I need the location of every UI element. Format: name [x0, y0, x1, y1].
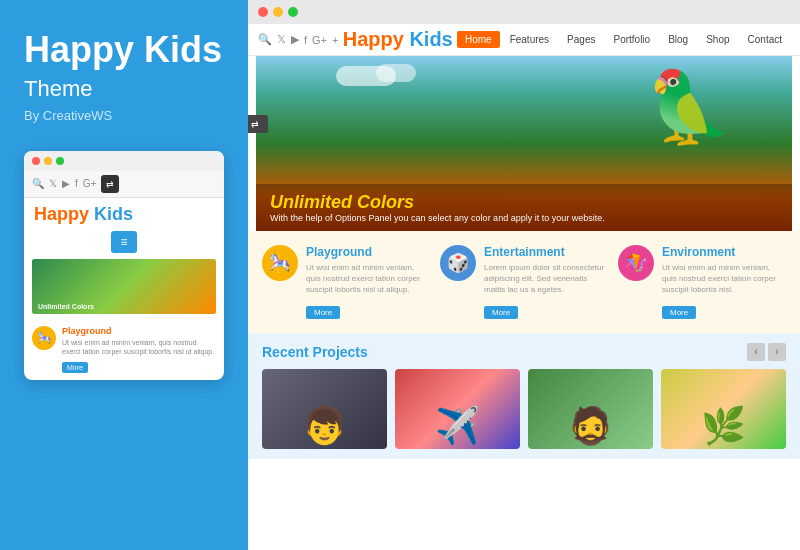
hero-title: Unlimited Colors — [270, 192, 778, 213]
theme-title: Happy Kids — [24, 30, 224, 70]
feature-environment-content: Environment Ut wisi enim ad minim veniam… — [662, 245, 786, 319]
mini-dot-yellow — [44, 157, 52, 165]
share-sidebar-btn[interactable]: ⇄ — [248, 115, 268, 133]
mini-hero: Unlimited Colors — [32, 259, 216, 314]
nav-icons: 🔍 𝕏 ▶ f G+ + — [258, 33, 338, 46]
feature-environment-text: Ut wisi enim ad minim veniam, quis nostr… — [662, 262, 786, 296]
theme-by: By CreativeWS — [24, 108, 224, 123]
feature-environment: 🪁 Environment Ut wisi enim ad minim veni… — [618, 245, 786, 319]
mini-logo: Happy Kids — [34, 204, 133, 225]
features-section: 🎠 Playground Ut wisi enim ad minim venia… — [248, 231, 800, 333]
feature-entertainment-text: Lorem ipsum dolor sit consectetur adipis… — [484, 262, 608, 296]
youtube-nav-icon[interactable]: ▶ — [291, 33, 299, 46]
mini-playground-content: Playground Ut wisi enim ad minim veniam,… — [62, 326, 216, 374]
youtube-icon: ▶ — [62, 178, 70, 189]
facebook-nav-icon[interactable]: f — [304, 34, 307, 46]
hero-subtitle: With the help of Options Panel you can s… — [270, 213, 778, 223]
feature-entertainment-title: Entertainment — [484, 245, 608, 259]
mini-menu-btn[interactable]: ≡ — [111, 231, 137, 253]
feature-environment-icon: 🪁 — [618, 245, 654, 281]
mini-toolbar: 🔍 𝕏 ▶ f G+ ⇄ — [24, 171, 224, 198]
project-figure-3: 🧔 — [528, 369, 653, 449]
nav-item-features[interactable]: Features — [502, 31, 557, 48]
mini-browser-bar — [24, 151, 224, 171]
mini-more-btn[interactable]: More — [62, 362, 88, 373]
mini-dot-green — [56, 157, 64, 165]
feature-playground-icon: 🎠 — [262, 245, 298, 281]
search-icon: 🔍 — [32, 178, 44, 189]
hero-overlay: Unlimited Colors With the help of Option… — [256, 184, 792, 231]
project-figure-2: ✈️ — [395, 369, 520, 449]
nav-item-home[interactable]: Home — [457, 31, 500, 48]
recent-title: Recent Projects — [262, 344, 368, 360]
gplus-icon: G+ — [83, 178, 97, 189]
feature-entertainment: 🎲 Entertainment Lorem ipsum dolor sit co… — [440, 245, 608, 319]
facebook-icon: f — [75, 178, 78, 189]
feature-entertainment-more-btn[interactable]: More — [484, 306, 518, 319]
nav-item-shop[interactable]: Shop — [698, 31, 737, 48]
feature-entertainment-icon: 🎲 — [440, 245, 476, 281]
hero-section: 🦜 Unlimited Colors With the help of Opti… — [256, 56, 792, 231]
projects-grid: 👦 ✈️ 🧔 🌿 — [262, 369, 786, 449]
site-logo: Happy Kids — [343, 28, 453, 51]
browser-bar — [248, 0, 800, 24]
nav-arrows: ‹ › — [747, 343, 786, 361]
dot-yellow — [273, 7, 283, 17]
nav-menu: Home Features Pages Portfolio Blog Shop … — [457, 31, 790, 48]
recent-header: Recent Projects ‹ › — [262, 343, 786, 361]
mini-logo-area: Happy Kids — [24, 198, 224, 231]
cloud-2 — [376, 64, 416, 82]
project-card-2[interactable]: ✈️ — [395, 369, 520, 449]
mini-share-btn[interactable]: ⇄ — [101, 175, 119, 193]
nav-item-contact[interactable]: Contact — [740, 31, 790, 48]
prev-arrow[interactable]: ‹ — [747, 343, 765, 361]
feature-entertainment-content: Entertainment Lorem ipsum dolor sit cons… — [484, 245, 608, 319]
site-nav: 🔍 𝕏 ▶ f G+ + Happy Kids Home Features Pa… — [248, 24, 800, 56]
next-arrow[interactable]: › — [768, 343, 786, 361]
nav-item-blog[interactable]: Blog — [660, 31, 696, 48]
recent-section: Recent Projects ‹ › 👦 ✈️ 🧔 🌿 — [248, 333, 800, 459]
search-nav-icon[interactable]: 🔍 — [258, 33, 272, 46]
feature-environment-title: Environment — [662, 245, 786, 259]
feature-playground-content: Playground Ut wisi enim ad minim veniam,… — [306, 245, 430, 319]
dot-green — [288, 7, 298, 17]
mini-hero-text: Unlimited Colors — [38, 303, 94, 310]
nav-item-portfolio[interactable]: Portfolio — [605, 31, 658, 48]
mini-playground-section: 🎠 Playground Ut wisi enim ad minim venia… — [24, 320, 224, 380]
feature-environment-more-btn[interactable]: More — [662, 306, 696, 319]
mini-dot-red — [32, 157, 40, 165]
gplus-nav-icon[interactable]: G+ — [312, 34, 327, 46]
feature-playground: 🎠 Playground Ut wisi enim ad minim venia… — [262, 245, 430, 319]
theme-subtitle: Theme — [24, 76, 224, 102]
feature-playground-title: Playground — [306, 245, 430, 259]
mini-browser: 🔍 𝕏 ▶ f G+ ⇄ Happy Kids ≡ Unlimited Colo… — [24, 151, 224, 380]
project-card-1[interactable]: 👦 — [262, 369, 387, 449]
nav-item-pages[interactable]: Pages — [559, 31, 603, 48]
project-card-3[interactable]: 🧔 — [528, 369, 653, 449]
parrot-figure: 🦜 — [645, 66, 732, 148]
dot-red — [258, 7, 268, 17]
plus-nav-icon[interactable]: + — [332, 34, 338, 46]
left-panel: Happy Kids Theme By CreativeWS 🔍 𝕏 ▶ f G… — [0, 0, 248, 550]
feature-playground-more-btn[interactable]: More — [306, 306, 340, 319]
project-card-4[interactable]: 🌿 — [661, 369, 786, 449]
twitter-icon: 𝕏 — [49, 178, 57, 189]
right-panel: 🔍 𝕏 ▶ f G+ + Happy Kids Home Features Pa… — [248, 0, 800, 550]
twitter-nav-icon[interactable]: 𝕏 — [277, 33, 286, 46]
feature-playground-text: Ut wisi enim ad minim veniam, quis nostr… — [306, 262, 430, 296]
mini-playground-title: Playground — [62, 326, 216, 336]
mini-playground-text: Ut wisi enim ad minim veniam, quis nostr… — [62, 338, 216, 356]
project-figure-1: 👦 — [262, 369, 387, 449]
project-figure-4: 🌿 — [661, 369, 786, 449]
mini-playground-icon: 🎠 — [32, 326, 56, 350]
